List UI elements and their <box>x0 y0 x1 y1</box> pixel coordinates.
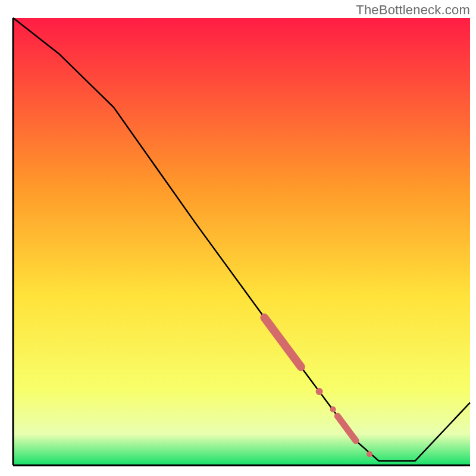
chart-container: { "watermark": "TheBottleneck.com", "col… <box>0 0 476 476</box>
marker-dot <box>367 451 372 457</box>
watermark-text: TheBottleneck.com <box>356 2 470 18</box>
marker-dot <box>316 388 323 395</box>
plot-background <box>13 18 470 465</box>
chart-svg <box>0 0 476 476</box>
marker-dot <box>330 406 336 412</box>
